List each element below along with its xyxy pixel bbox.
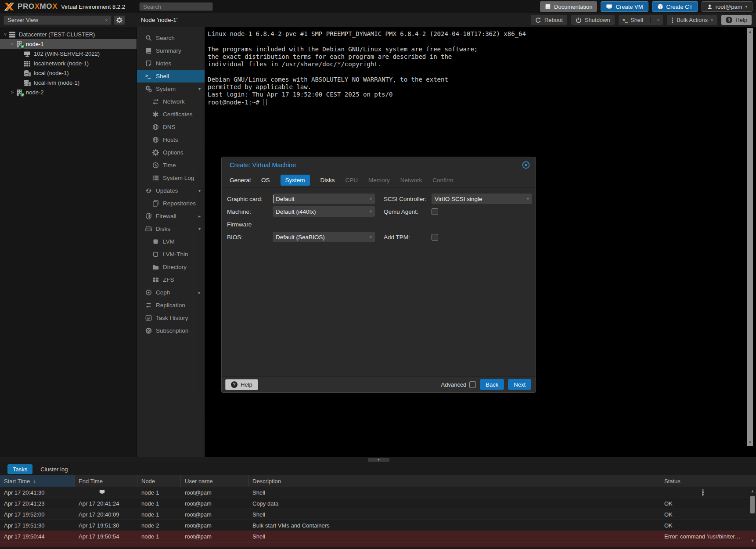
question-icon: ? (231, 381, 238, 388)
tasks-table-body: Apr 17 20:41:30 node-1 root@pam Shell Ap… (0, 487, 756, 549)
product-version: Virtual Environment 8.2.2 (61, 4, 125, 10)
table-row-error[interactable]: Apr 17 19:50:44 Apr 17 19:50:54 node-1 r… (0, 531, 756, 542)
nav-firewall[interactable]: Firewall ▸ (137, 210, 205, 222)
tree-item-node-1[interactable]: ˅ node-1 (0, 39, 137, 49)
dialog-help-button[interactable]: ? Help (225, 379, 258, 390)
advanced-checkbox[interactable] (469, 381, 476, 388)
table-scrollbar[interactable]: ▲ ▼ (750, 488, 755, 543)
nav-network[interactable]: Network (137, 95, 205, 108)
tab-cluster-log[interactable]: Cluster log (35, 464, 73, 474)
reboot-button[interactable]: Reboot (531, 15, 567, 25)
tree-item-localnetwork[interactable]: localnetwork (node-1) (0, 58, 137, 68)
scroll-up-icon[interactable]: ▲ (747, 29, 753, 34)
tab-system[interactable]: System (281, 175, 310, 186)
tree-item-node-2[interactable]: ˃ node-2 (0, 87, 137, 97)
note-icon (145, 60, 152, 67)
power-icon (576, 17, 582, 23)
qemu-agent-checkbox[interactable] (432, 208, 438, 215)
tab-tasks[interactable]: Tasks (7, 464, 32, 474)
next-button[interactable]: Next (508, 379, 531, 390)
nav-notes[interactable]: Notes (137, 57, 205, 70)
nav-summary[interactable]: Summary (137, 44, 205, 57)
scroll-up-icon[interactable]: ▲ (750, 489, 755, 493)
nav-ceph[interactable]: Ceph ▸ (137, 286, 205, 299)
nav-system-log[interactable]: System Log (137, 172, 205, 184)
list-icon (152, 175, 159, 181)
scroll-down-icon[interactable]: ▼ (750, 538, 755, 543)
scsi-controller-select[interactable]: VirtIO SCSI single ˅ (432, 194, 532, 204)
nav-zfs[interactable]: ZFS (137, 273, 205, 286)
column-node[interactable]: Node (137, 475, 181, 487)
column-end-time[interactable]: End Time (75, 475, 137, 487)
tab-disks[interactable]: Disks (320, 177, 335, 183)
nav-dns[interactable]: DNS (137, 121, 205, 133)
tree-settings-button[interactable] (114, 15, 125, 25)
create-ct-button[interactable]: Create CT (652, 1, 698, 12)
column-user-name[interactable]: User name (181, 475, 248, 487)
nav-options[interactable]: Options (137, 146, 205, 159)
nav-disks[interactable]: Disks ▾ (137, 222, 205, 235)
tree-item-local[interactable]: local (node-1) (0, 68, 137, 78)
scroll-down-icon[interactable]: ▼ (747, 440, 753, 445)
tree-item-local-lvm[interactable]: local-lvm (node-1) (0, 78, 137, 87)
table-row[interactable]: Apr 17 19:51:30 Apr 17 19:51:30 node-2 r… (0, 520, 756, 531)
bulk-actions-button[interactable]: Bulk Actions ˅ (667, 15, 717, 25)
expand-arrow-icon[interactable]: ˅ (10, 41, 15, 47)
documentation-button[interactable]: Documentation (540, 1, 597, 12)
collapse-handle[interactable]: ▼ (368, 458, 389, 462)
nav-subscription[interactable]: Subscription (137, 324, 205, 337)
view-selector[interactable]: Server View ˅ (4, 15, 112, 25)
shell-dropdown-toggle[interactable]: ˅ (654, 15, 663, 25)
chevron-down-icon: ▾ (198, 188, 201, 193)
nav-shell[interactable]: >_ Shell (137, 70, 205, 83)
nav-time[interactable]: Time (137, 159, 205, 172)
nav-updates[interactable]: Updates ▾ (137, 184, 205, 197)
globe-icon (152, 136, 159, 143)
tab-general[interactable]: General (230, 177, 251, 183)
close-icon[interactable] (522, 161, 530, 169)
create-vm-button[interactable]: Create VM (601, 1, 648, 12)
column-description[interactable]: Description (248, 475, 660, 487)
shell-button[interactable]: >_ Shell ˅ (619, 15, 663, 25)
help-button[interactable]: ? Help (721, 15, 752, 25)
shell-button-main[interactable]: >_ Shell (619, 15, 647, 25)
nav-certificates[interactable]: Certificates (137, 108, 205, 121)
machine-select[interactable]: Default (i440fx) ˅ (273, 206, 375, 217)
terminal-cursor (263, 99, 266, 105)
column-start-time[interactable]: Start Time↓ (0, 475, 75, 487)
task-list-icon (145, 315, 152, 321)
nav-task-history[interactable]: Task History (137, 312, 205, 324)
scrollbar-thumb[interactable] (750, 496, 755, 513)
tree-item-datacenter[interactable]: ˅ Datacenter (TEST-CLUSTER) (0, 29, 137, 39)
column-status[interactable]: Status (660, 475, 756, 487)
bios-select[interactable]: Default (SeaBIOS) ˅ (273, 232, 375, 242)
nav-system[interactable]: System ▾ (137, 83, 205, 95)
nav-hosts[interactable]: Hosts (137, 133, 205, 146)
nav-repositories[interactable]: Repositories (137, 197, 205, 210)
global-search-input[interactable] (139, 2, 213, 11)
panel-splitter[interactable]: ▼ (0, 457, 756, 462)
chevron-down-icon: ˅ (370, 235, 372, 239)
nav-search[interactable]: Search (137, 32, 205, 44)
nav-directory[interactable]: Directory (137, 261, 205, 273)
nav-lvm[interactable]: LVM (137, 235, 205, 248)
copy-icon (152, 200, 159, 207)
globe-icon (152, 124, 159, 130)
tree-item-vm-102[interactable]: 102 (WIN-SERVER-2022) (0, 49, 137, 58)
node-icon (16, 41, 23, 47)
tab-os[interactable]: OS (261, 177, 270, 183)
expand-arrow-icon[interactable]: ˅ (3, 32, 8, 37)
machine-label: Machine: (227, 208, 273, 215)
back-button[interactable]: Back (480, 379, 504, 390)
table-row[interactable]: Apr 17 19:52:00 Apr 17 20:40:09 node-1 r… (0, 509, 756, 520)
shutdown-button[interactable]: Shutdown (571, 15, 615, 25)
collapse-arrow-icon[interactable]: ˃ (10, 90, 15, 95)
graphic-card-select[interactable]: Default ˅ (273, 194, 375, 204)
table-row[interactable]: Apr 17 20:41:23 Apr 17 20:41:24 node-1 r… (0, 498, 756, 509)
nav-replication[interactable]: Replication (137, 299, 205, 312)
table-row[interactable]: Apr 17 20:41:30 node-1 root@pam Shell (0, 487, 756, 498)
terminal-scrollbar[interactable]: ▲ ▼ (747, 28, 753, 446)
user-menu-button[interactable]: root@pam ▾ (702, 1, 752, 12)
nav-lvm-thin[interactable]: LVM-Thin (137, 248, 205, 261)
add-tpm-checkbox[interactable] (432, 234, 438, 240)
